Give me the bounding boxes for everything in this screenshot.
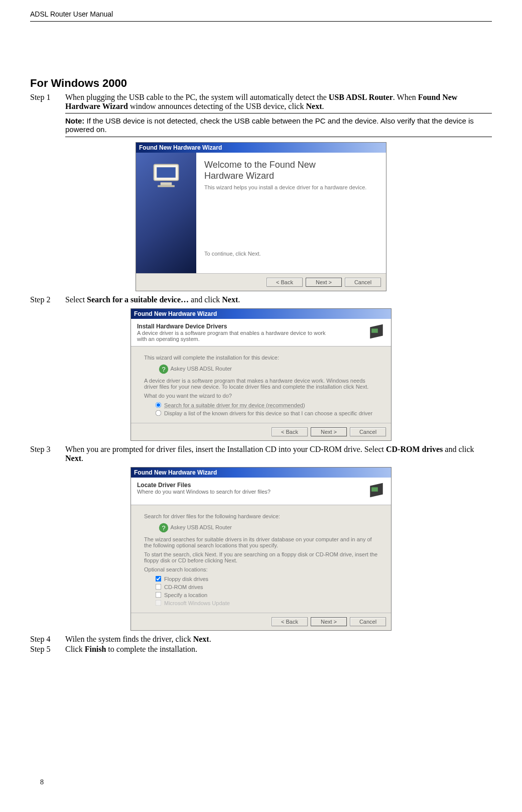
step-5: Step 5 Click Finish to complete the inst… bbox=[30, 645, 492, 654]
next-button[interactable]: Next > bbox=[311, 427, 347, 436]
wizard-titlebar: Found New Hardware Wizard bbox=[131, 309, 391, 319]
checkbox-label: CD-ROM drives bbox=[164, 584, 203, 590]
text: to complete the installation. bbox=[106, 645, 197, 653]
computer-icon bbox=[151, 161, 181, 191]
cancel-button[interactable]: Cancel bbox=[345, 278, 381, 287]
bold-text: CD-ROM drives bbox=[386, 445, 443, 453]
radio-input[interactable] bbox=[156, 402, 162, 408]
text: To start the search, click Next. If you … bbox=[144, 551, 378, 563]
button-row: < Back Next > Cancel bbox=[131, 423, 391, 440]
radio-search[interactable]: Search for a suitable driver for my devi… bbox=[155, 402, 378, 408]
bold-text: Next bbox=[65, 454, 81, 462]
checkbox-label: Floppy disk drives bbox=[164, 576, 208, 582]
bold-text: USB ADSL Router bbox=[329, 93, 393, 101]
strip-title: Locate Driver Files bbox=[137, 482, 271, 489]
step-body: Click Finish to complete the installatio… bbox=[65, 645, 492, 654]
wizard-titlebar: Found New Hardware Wizard bbox=[136, 143, 386, 153]
device-icon bbox=[368, 323, 385, 342]
text: . When bbox=[393, 93, 418, 101]
radio-input[interactable] bbox=[156, 410, 162, 416]
step-label: Step 1 bbox=[30, 93, 65, 111]
strip-sub: A device driver is a software program th… bbox=[137, 330, 328, 342]
wizard-heading: Welcome to the Found New Hardware Wizard bbox=[204, 160, 378, 181]
question-icon: ? bbox=[158, 522, 169, 533]
step-label: Step 4 bbox=[30, 635, 65, 644]
wizard-titlebar: Found New Hardware Wizard bbox=[131, 468, 391, 478]
next-button[interactable]: Next > bbox=[306, 278, 342, 287]
check-specify[interactable]: Specify a location bbox=[155, 592, 378, 598]
checkbox-input[interactable] bbox=[156, 584, 162, 590]
svg-rect-1 bbox=[157, 167, 176, 178]
strip-title: Install Hardware Device Drivers bbox=[137, 323, 328, 330]
radio-label: Search for a suitable driver for my devi… bbox=[164, 402, 305, 408]
device-name: Askey USB ADSL Router bbox=[170, 524, 231, 530]
checkbox-input bbox=[156, 600, 162, 606]
check-floppy[interactable]: Floppy disk drives bbox=[155, 575, 378, 582]
device-icon bbox=[368, 482, 385, 501]
cancel-button[interactable]: Cancel bbox=[350, 427, 386, 436]
bold-text: Search for a suitable device… bbox=[87, 295, 189, 304]
text: and click bbox=[443, 445, 474, 453]
back-button[interactable]: < Back bbox=[267, 278, 303, 287]
wizard-install-drivers: Found New Hardware Wizard Install Hardwa… bbox=[130, 308, 392, 441]
text: This wizard will complete the installati… bbox=[144, 355, 378, 361]
text: Wilen the system finds the driver, click bbox=[65, 635, 193, 643]
wizard-desc: This wizard helps you install a device d… bbox=[204, 184, 378, 190]
note-text: If the USB device is not detected, check… bbox=[65, 117, 474, 134]
checkbox-label: Specify a location bbox=[164, 592, 207, 598]
next-button[interactable]: Next > bbox=[311, 617, 347, 626]
section-title: For Windows 2000 bbox=[30, 77, 492, 90]
button-row: < Back Next > Cancel bbox=[131, 613, 391, 630]
page-number: 8 bbox=[40, 778, 44, 786]
check-windows-update: Microsoft Windows Update bbox=[155, 600, 378, 606]
text: Search for driver files for the followin… bbox=[144, 513, 378, 519]
svg-rect-3 bbox=[158, 185, 175, 187]
wizard-continue: To continue, click Next. bbox=[204, 251, 378, 257]
question-icon: ? bbox=[158, 364, 169, 375]
text: Welcome to the Found New bbox=[204, 160, 316, 170]
strip-sub: Where do you want Windows to search for … bbox=[137, 489, 271, 495]
text: . bbox=[81, 454, 83, 462]
text: . bbox=[322, 102, 324, 110]
check-cdrom[interactable]: CD-ROM drives bbox=[155, 584, 378, 590]
options-label: Optional search locations: bbox=[144, 566, 378, 572]
wizard-sidebar bbox=[136, 153, 196, 273]
back-button[interactable]: < Back bbox=[272, 427, 308, 436]
radio-display-list[interactable]: Display a list of the known drivers for … bbox=[155, 410, 378, 416]
svg-text:?: ? bbox=[162, 524, 165, 532]
text: Hardware Wizard bbox=[204, 171, 274, 181]
cancel-button[interactable]: Cancel bbox=[350, 617, 386, 626]
bold-text: Next bbox=[222, 295, 238, 304]
step-body: When plugging the USB cable to the PC, t… bbox=[65, 93, 492, 111]
step-4: Step 4 Wilen the system finds the driver… bbox=[30, 635, 492, 644]
bold-text: Finish bbox=[85, 645, 106, 653]
note-label: Note: bbox=[65, 117, 84, 125]
text: A device driver is a software program th… bbox=[144, 378, 378, 390]
text: . bbox=[209, 635, 211, 643]
text: Select bbox=[65, 295, 87, 304]
text: and click bbox=[189, 295, 222, 304]
checkbox-input[interactable] bbox=[156, 576, 162, 582]
step-body: Select Search for a suitable device… and… bbox=[65, 295, 492, 304]
bold-text: Next bbox=[306, 102, 322, 110]
device-row: ? Askey USB ADSL Router bbox=[158, 522, 378, 533]
wizard-locate-files: Found New Hardware Wizard Locate Driver … bbox=[130, 467, 392, 631]
svg-rect-9 bbox=[371, 487, 378, 492]
svg-text:?: ? bbox=[162, 366, 165, 373]
svg-rect-2 bbox=[161, 182, 172, 185]
step-label: Step 5 bbox=[30, 645, 65, 654]
text: When plugging the USB cable to the PC, t… bbox=[65, 93, 329, 101]
text: window announces detecting of the USB de… bbox=[128, 102, 306, 110]
step-body: Wilen the system finds the driver, click… bbox=[65, 635, 492, 644]
header-title: ADSL Router User Manual bbox=[30, 10, 113, 18]
text: What do you want the wizard to do? bbox=[144, 393, 378, 399]
checkbox-input[interactable] bbox=[156, 592, 162, 598]
step-label: Step 3 bbox=[30, 445, 65, 463]
step-label: Step 2 bbox=[30, 295, 65, 304]
text: Click bbox=[65, 645, 85, 653]
step-body: When you are prompted for driver files, … bbox=[65, 445, 492, 463]
back-button[interactable]: < Back bbox=[272, 617, 308, 626]
text: When you are prompted for driver files, … bbox=[65, 445, 386, 453]
wizard-welcome: Found New Hardware Wizard Welcome to the… bbox=[136, 142, 386, 291]
page-header: ADSL Router User Manual bbox=[30, 10, 492, 22]
